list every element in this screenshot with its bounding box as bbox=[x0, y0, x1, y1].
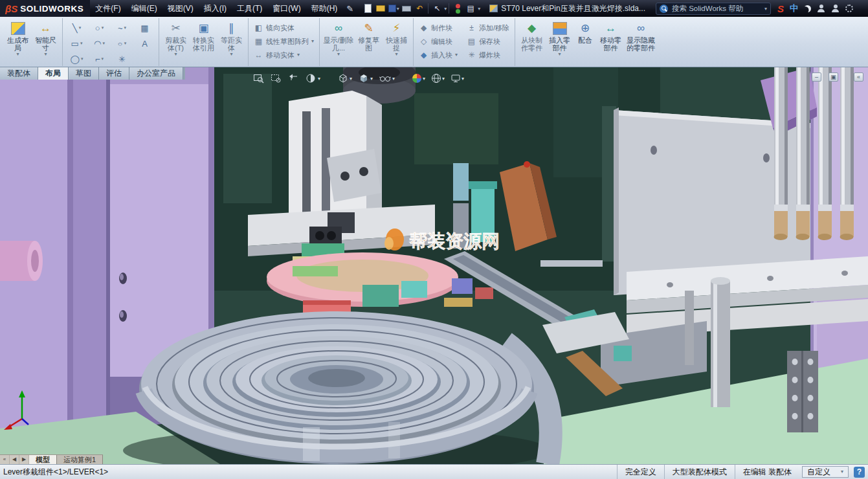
sketch-pencil-icon[interactable]: ✎ bbox=[342, 4, 357, 14]
dropdown-arrow-icon: ▾ bbox=[370, 76, 373, 82]
section-view-icon[interactable]: ▾ bbox=[304, 72, 322, 85]
edit-appearance-icon[interactable]: ▾ bbox=[410, 72, 427, 85]
make-part-from-block-button[interactable]: ◆ 从块制作零件 bbox=[518, 19, 546, 52]
sketch-circle-tool[interactable]: ○▾ bbox=[88, 20, 111, 36]
tab-sketch[interactable]: 草图 bbox=[69, 67, 99, 80]
sketch-arc-tool[interactable]: ◠▾ bbox=[88, 36, 111, 51]
sketch-text-tool[interactable]: A bbox=[133, 36, 156, 51]
menu-insert[interactable]: 插入(I) bbox=[199, 0, 232, 17]
menu-edit[interactable]: 编辑(E) bbox=[126, 0, 162, 17]
quick-snaps-label: 快速捕捉 bbox=[383, 36, 410, 52]
help-icon[interactable]: ? bbox=[854, 467, 865, 478]
mate-button[interactable]: ⊕ 配合 bbox=[573, 19, 597, 45]
repair-sketch-button[interactable]: ✎ 修复草图 bbox=[355, 19, 383, 52]
menu-window[interactable]: 窗口(W) bbox=[267, 0, 306, 17]
tab-scroll-next-icon[interactable]: ▶ bbox=[19, 455, 29, 464]
view-orientation-icon[interactable]: ▾ bbox=[335, 72, 354, 85]
menu-file[interactable]: 文件(F) bbox=[90, 0, 126, 17]
move-entities-button[interactable]: ↔ 移动实体 ▾ bbox=[251, 49, 317, 61]
make-block-button[interactable]: ◆ 制作块 bbox=[416, 22, 460, 34]
undo-icon[interactable]: ↶ bbox=[414, 3, 425, 14]
tab-evaluate[interactable]: 评估 bbox=[99, 67, 129, 80]
dropdown-arrow-icon[interactable]: ▾ bbox=[764, 6, 767, 12]
menu-help[interactable]: 帮助(H) bbox=[306, 0, 343, 17]
tab-layout[interactable]: 布局 bbox=[38, 67, 69, 80]
linear-pattern-icon: ▦ bbox=[254, 37, 263, 46]
offset-entities-icon: ∥ bbox=[228, 21, 234, 36]
tab-office-products[interactable]: 办公室产品 bbox=[129, 67, 183, 80]
rebuild-icon[interactable] bbox=[452, 3, 463, 14]
save-icon[interactable]: ▾ bbox=[388, 3, 399, 14]
trim-entities-button[interactable]: ✂ 剪裁实体(T) ▾ bbox=[162, 19, 190, 58]
new-document-icon[interactable] bbox=[362, 3, 373, 14]
settings-gear-icon[interactable] bbox=[845, 5, 853, 12]
convert-entities-button[interactable]: ▣ 转换实体引用 bbox=[190, 19, 217, 52]
dropdown-arrow-icon[interactable]: ▾ bbox=[478, 6, 480, 12]
view-settings-icon[interactable]: ▾ bbox=[449, 72, 466, 85]
solidworks-logo: βS SOLIDWORKS bbox=[0, 0, 90, 17]
sketch-spline-tool[interactable]: ~▾ bbox=[111, 20, 133, 36]
move-component-button[interactable]: ↔ 移动零部件 bbox=[597, 19, 625, 52]
sketch-ellipse-tool[interactable]: ○▾ bbox=[111, 36, 133, 51]
sketch-fillet-tool[interactable]: ⌐▾ bbox=[88, 51, 111, 67]
menu-tools[interactable]: 工具(T) bbox=[232, 0, 267, 17]
select-cursor-icon[interactable]: ↖ bbox=[431, 3, 443, 14]
create-layout-button[interactable]: 生成布局 ▾ bbox=[4, 19, 32, 58]
zoom-area-icon[interactable] bbox=[269, 72, 284, 85]
moon-icon[interactable] bbox=[804, 5, 811, 12]
open-document-icon[interactable] bbox=[375, 3, 386, 14]
sketch-line-tool[interactable]: ╲▾ bbox=[65, 20, 88, 36]
insert-components-button[interactable]: 插入零部件 ▾ bbox=[546, 19, 573, 58]
sketch-perimeter-circle-tool[interactable]: ◯▾ bbox=[65, 51, 88, 67]
quick-snaps-button[interactable]: ⚡ 快速捕捉 ▾ bbox=[383, 19, 410, 58]
window-restore-icon[interactable]: ▣ bbox=[829, 72, 838, 82]
line-icon: ╲ bbox=[72, 23, 78, 33]
apply-scene-icon[interactable]: ▾ bbox=[429, 72, 447, 85]
zoom-fit-icon[interactable] bbox=[251, 72, 267, 85]
add-remove-button[interactable]: ± 添加/移除 bbox=[464, 22, 512, 34]
ribbon-group-blocks: ◆ 制作块 ◇ 编辑块 ◆ 插入块 ▾ ± 添加/移除 bbox=[413, 18, 515, 66]
rectangle-icon: ▭ bbox=[71, 39, 79, 49]
dropdown-arrow-icon[interactable]: ▾ bbox=[444, 6, 447, 12]
sketch-grid-tool[interactable]: ▦ bbox=[133, 20, 156, 36]
users-icon[interactable] bbox=[831, 5, 840, 12]
insert-block-button[interactable]: ◆ 插入块 ▾ bbox=[416, 49, 460, 61]
tab-scroll-prev-icon[interactable]: ◀ bbox=[10, 455, 19, 464]
custom-dropdown[interactable]: 自定义 ▾ bbox=[802, 466, 849, 478]
offset-entities-button[interactable]: ∥ 等距实体 ▾ bbox=[217, 19, 245, 58]
titlebar-right-icons: S 中 bbox=[777, 3, 858, 14]
menu-view[interactable]: 视图(V) bbox=[162, 0, 199, 17]
solidworks-s-icon[interactable]: S bbox=[777, 3, 784, 14]
smart-dimension-button[interactable]: ↔ 智能尺寸 ▾ bbox=[32, 19, 60, 58]
edit-block-button[interactable]: ◇ 编辑块 bbox=[416, 36, 460, 47]
sketch-rectangle-tool[interactable]: ▭▾ bbox=[65, 36, 88, 51]
hide-show-items-icon[interactable]: ▾ bbox=[377, 72, 397, 85]
show-hidden-components-button[interactable]: ∞ 显示隐藏的零部件 bbox=[625, 19, 657, 52]
trim-entities-label: 剪裁实体(T) bbox=[162, 36, 190, 52]
window-minimize-icon[interactable]: – bbox=[812, 72, 821, 82]
offset-entities-label: 等距实体 bbox=[218, 36, 245, 52]
dropdown-arrow-icon: ▾ bbox=[79, 25, 82, 30]
display-delete-relations-button[interactable]: ∞ 显示/删除几... ▾ bbox=[322, 19, 355, 58]
mirror-entities-button[interactable]: ◧ 镜向实体 bbox=[251, 22, 317, 34]
tab-scroll-first-icon[interactable]: « bbox=[0, 455, 10, 464]
previous-view-icon[interactable] bbox=[286, 72, 302, 85]
save-block-button[interactable]: ▤ 保存块 bbox=[464, 36, 512, 47]
tab-motion-study[interactable]: 运动算例1 bbox=[57, 455, 103, 464]
tab-assembly[interactable]: 装配体 bbox=[0, 67, 38, 80]
language-icon[interactable]: 中 bbox=[790, 3, 798, 14]
fully-defined-status: 完全定义 bbox=[617, 465, 664, 479]
panel-collapse-icon[interactable]: « bbox=[854, 72, 863, 82]
user-icon[interactable] bbox=[817, 5, 825, 12]
options-sheet-icon[interactable]: ▤ bbox=[465, 3, 476, 14]
graphics-viewport[interactable]: 帮装资源网 ▾ ▾ ▾ ▾ ▾ ▾ ▾ bbox=[0, 67, 868, 464]
explode-block-label: 爆炸块 bbox=[479, 50, 500, 60]
explode-block-button[interactable]: ✳ 爆炸块 bbox=[464, 49, 512, 61]
help-search-box[interactable]: 搜索 SolidWorks 帮助 ▾ bbox=[656, 3, 771, 15]
display-style-icon[interactable]: ▾ bbox=[356, 72, 375, 85]
sketch-point-tool[interactable]: ✳ bbox=[111, 51, 133, 67]
print-icon[interactable] bbox=[401, 3, 412, 14]
linear-sketch-pattern-button[interactable]: ▦ 线性草图阵列 ▾ bbox=[251, 36, 317, 47]
viewport-3d-scene[interactable]: 帮装资源网 bbox=[0, 67, 868, 464]
tab-model[interactable]: 模型 bbox=[29, 455, 57, 464]
